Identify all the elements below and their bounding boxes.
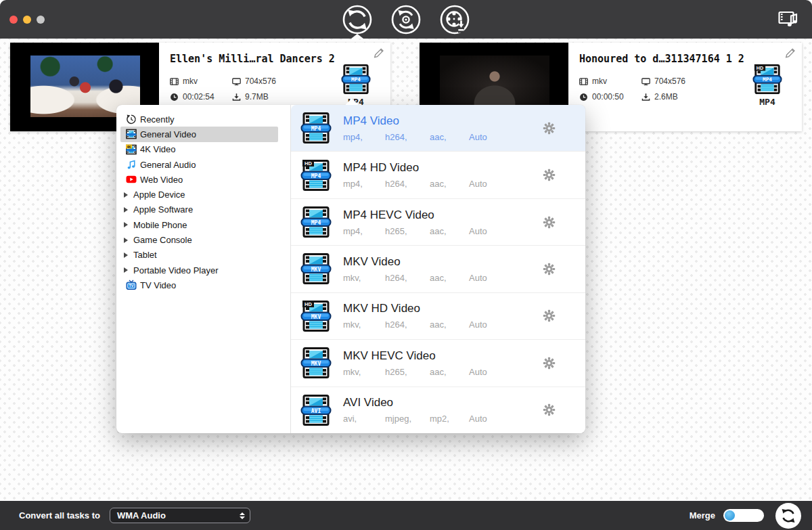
edit-pencil-icon[interactable] [784, 47, 796, 60]
format-name: MKV Video [343, 255, 487, 269]
format-settings-gear-icon[interactable] [543, 356, 556, 370]
output-format-button[interactable]: MP4 MP4 [336, 64, 376, 107]
toolbar-mode-buttons [342, 5, 470, 35]
mp4-format-icon: MP4 [341, 64, 371, 94]
format-specs: mp4,h264,aac,Auto [343, 179, 487, 189]
chevron-right-icon [124, 222, 128, 227]
convert-mode-button[interactable] [342, 5, 372, 35]
bottom-bar-right: Merge [690, 503, 801, 529]
start-convert-button[interactable] [775, 503, 801, 529]
format-row-avi-video[interactable]: AVI AVI Video avi,mjpeg,mp2,Auto [291, 387, 585, 433]
media-library-button[interactable] [777, 9, 801, 30]
chevron-right-icon [124, 252, 128, 258]
close-window-button[interactable] [9, 16, 18, 24]
format-settings-gear-icon[interactable] [543, 309, 556, 323]
duration-icon [579, 93, 588, 102]
sidebar-item-label: Game Console [133, 235, 192, 245]
sidebar-item-label: Apple Device [133, 190, 185, 200]
sidebar-item-label: 4K Video [140, 144, 176, 154]
minimize-window-button[interactable] [23, 16, 31, 24]
traffic-lights [9, 0, 45, 39]
ripper-mode-button[interactable] [391, 5, 421, 35]
format-row-mkv-hd-video[interactable]: MKV HD MKV HD Video mkv,h264,aac,Auto [291, 293, 585, 340]
edit-pencil-icon[interactable] [372, 47, 384, 60]
filesize-icon [641, 93, 650, 102]
hd-badge: HD [302, 160, 314, 167]
svg-text:TV: TV [129, 284, 133, 288]
chevron-right-icon [124, 192, 128, 198]
file-format-icon [170, 77, 179, 86]
format-row-mp4-video[interactable]: MP4 MP4 Video mp4,h264,aac,Auto [291, 105, 585, 152]
format-icon-label: MP4 [763, 76, 772, 83]
resolution-detail: 704x576 [641, 76, 738, 86]
output-format-button[interactable]: MP4 HD MP4 [748, 64, 787, 107]
rip-disc-icon [391, 5, 421, 35]
filesize-value: 2.6MB [654, 92, 678, 102]
duration-detail: 00:00:50 [579, 92, 641, 102]
format-specs: avi,mjpeg,mp2,Auto [343, 414, 487, 424]
avi-format-icon: AVI [300, 395, 332, 426]
sidebar-item-tablet[interactable]: Tablet [120, 248, 278, 263]
sidebar-item-general-audio[interactable]: General Audio [120, 157, 278, 172]
sidebar-item-label: Recently [140, 114, 175, 125]
tv-icon: TV [125, 280, 137, 290]
convert-all-label: Convert all tasks to [19, 510, 100, 521]
output-format-select-value: WMA Audio [117, 510, 166, 521]
format-icon-label: MP4 [351, 76, 361, 83]
hd-badge: HD [302, 301, 314, 307]
bottom-bar: Convert all tasks to WMA Audio Merge [0, 501, 812, 530]
file-format-icon [579, 77, 588, 86]
container-value: mkv [183, 76, 198, 86]
output-format-select[interactable]: WMA Audio [110, 508, 250, 523]
output-format-label: MP4 [748, 97, 787, 107]
recent-clock-icon [125, 114, 137, 125]
duration-icon [170, 93, 179, 102]
format-settings-gear-icon[interactable] [543, 215, 556, 229]
format-settings-gear-icon[interactable] [543, 403, 556, 417]
task-details: mkv 704x576 00:02:54 [170, 76, 329, 102]
sidebar-item-apple-device[interactable]: Apple Device [120, 187, 278, 202]
sidebar-item-portable-video-player[interactable]: Portable Video Player [120, 263, 278, 278]
sidebar-item-mobile-phone[interactable]: Mobile Phone [120, 217, 278, 232]
filesize-icon [232, 93, 241, 102]
sidebar-item-label: Portable Video Player [133, 265, 219, 275]
zoom-window-button[interactable] [37, 16, 45, 24]
sidebar-item-label: Mobile Phone [133, 220, 187, 230]
sidebar-item-recently[interactable]: Recently [120, 112, 278, 127]
svg-text:MP4: MP4 [311, 173, 321, 179]
format-specs: mkv,h265,aac,Auto [343, 367, 487, 377]
format-settings-gear-icon[interactable] [543, 169, 556, 182]
resolution-value: 704x576 [654, 76, 685, 86]
svg-text:AVI: AVI [311, 407, 321, 414]
svg-text:HD: HD [304, 160, 312, 167]
filesize-detail: 9.7MB [232, 92, 329, 102]
format-row-mp4-hevc-video[interactable]: MP4 MP4 HEVC Video mp4,h265,aac,Auto [291, 199, 585, 246]
svg-text:HD: HD [757, 66, 763, 71]
sidebar-item-web-video[interactable]: Web Video [120, 172, 278, 187]
task-area: Ellen's Milli…ral Dancers 2 mkv [0, 39, 812, 501]
merge-toggle[interactable] [723, 509, 764, 522]
format-row-mkv-video[interactable]: MKV MKV Video mkv,h264,aac,Auto [291, 246, 585, 292]
sidebar-item-general-video[interactable]: General Video [120, 127, 278, 141]
sidebar-item-game-console[interactable]: Game Console [120, 232, 278, 247]
mkv-hd-format-icon: MKV HD [300, 301, 332, 332]
svg-text:MKV: MKV [311, 267, 321, 273]
resolution-detail: 704x576 [232, 76, 329, 86]
task-title: Honoured to d…311347164 1 2 [579, 53, 791, 65]
sidebar-item-apple-software[interactable]: Apple Software [120, 202, 278, 217]
format-category-sidebar: Recently General Video [116, 105, 291, 433]
downloader-mode-button[interactable] [440, 5, 470, 35]
sidebar-item-4k-video[interactable]: 4K 4K Video [120, 142, 278, 157]
format-settings-gear-icon[interactable] [543, 121, 556, 135]
sidebar-item-tv-video[interactable]: TV TV Video [120, 278, 278, 292]
format-specs: mp4,h265,aac,Auto [343, 226, 487, 236]
format-settings-gear-icon[interactable] [543, 262, 556, 275]
chevron-right-icon [124, 267, 128, 273]
title-bar [0, 0, 812, 39]
container-value: mkv [592, 76, 607, 86]
mkv-format-icon: MKV [300, 253, 332, 284]
download-reel-icon [440, 5, 470, 35]
task-details: mkv 704x576 00:00:50 [579, 76, 738, 102]
format-row-mp4-hd-video[interactable]: MP4 HD MP4 HD Video mp4,h264,aac,Auto [291, 152, 585, 198]
format-row-mkv-hevc-video[interactable]: MKV MKV HEVC Video mkv,h265,aac,Auto [291, 340, 585, 387]
